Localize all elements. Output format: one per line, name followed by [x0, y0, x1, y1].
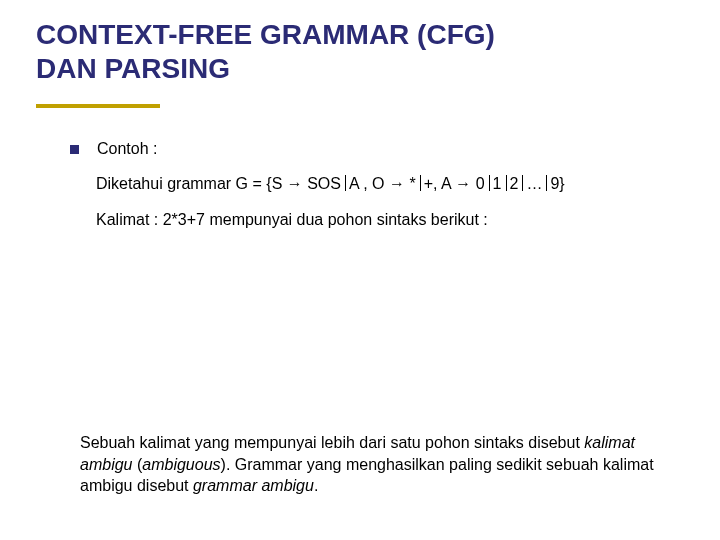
footer-text-1: Sebuah kalimat yang mempunyai lebih dari… [80, 434, 584, 451]
footer-italic-2: ambiguous [142, 456, 220, 473]
bullet-label: Contoh : [97, 140, 157, 158]
footer-italic-3: grammar ambigu [193, 477, 314, 494]
arrow-icon: → [287, 175, 303, 192]
arrow-icon: → [455, 175, 471, 192]
g-star: * [405, 175, 416, 192]
footer-paragraph: Sebuah kalimat yang mempunyai lebih dari… [80, 432, 670, 497]
title-line-1: CONTEXT-FREE GRAMMAR (CFG) [36, 18, 676, 52]
bullet-icon [70, 145, 79, 154]
footer-text-2: ( [132, 456, 142, 473]
g-1: 1 [493, 175, 502, 192]
g-a: A , O [349, 175, 389, 192]
bullet-row: Contoh : [70, 140, 680, 158]
bar-icon: ⏐ [485, 175, 493, 192]
title-underline [36, 104, 160, 108]
g-9: 9} [550, 175, 564, 192]
bar-icon: ⏐ [416, 175, 424, 192]
bar-icon: ⏐ [341, 175, 349, 192]
g-plus: +, A [424, 175, 456, 192]
bar-icon: ⏐ [502, 175, 510, 192]
title-line-2: DAN PARSING [36, 52, 676, 86]
slide-title: CONTEXT-FREE GRAMMAR (CFG) DAN PARSING [36, 18, 676, 85]
slide-body: Contoh : Diketahui grammar G = {S → SOS⏐… [70, 140, 680, 232]
grammar-line: Diketahui grammar G = {S → SOS⏐A , O → *… [96, 172, 680, 196]
g-dots: … [526, 175, 542, 192]
footer-text-4: . [314, 477, 318, 494]
g-0: 0 [471, 175, 484, 192]
grammar-prefix: Diketahui grammar G = {S [96, 175, 287, 192]
g-sos: SOS [303, 175, 341, 192]
kalimat-line: Kalimat : 2*3+7 mempunyai dua pohon sint… [96, 208, 680, 232]
arrow-icon: → [389, 175, 405, 192]
slide: CONTEXT-FREE GRAMMAR (CFG) DAN PARSING C… [0, 0, 720, 540]
